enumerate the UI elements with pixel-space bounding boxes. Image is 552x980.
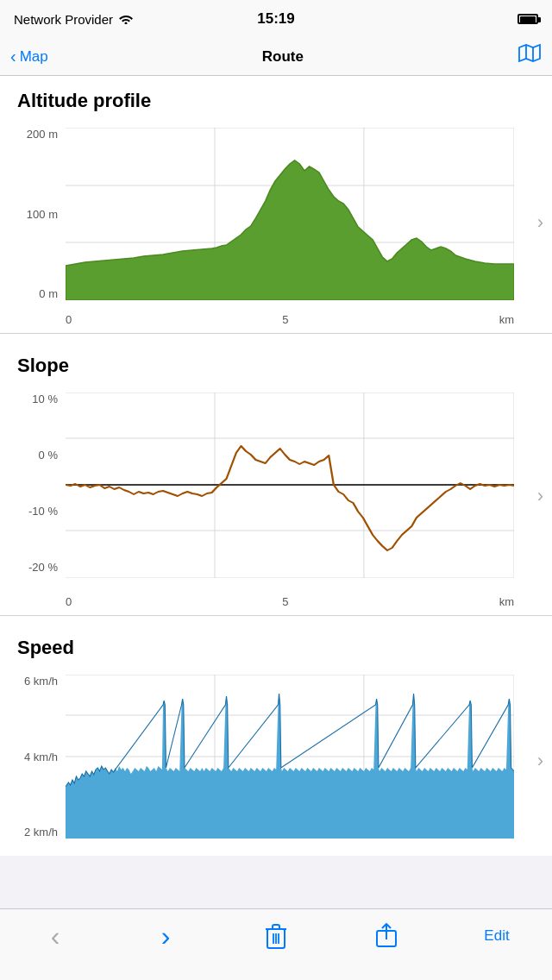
slope-y-n10: -10 % bbox=[28, 505, 58, 518]
speed-y-2: 2 km/h bbox=[24, 826, 58, 839]
altitude-x-5: 5 bbox=[282, 313, 288, 326]
main-content: Altitude profile 200 m 100 m 0 m bbox=[0, 76, 552, 856]
edit-button[interactable]: Edit bbox=[471, 917, 523, 955]
altitude-y-200: 200 m bbox=[27, 128, 58, 141]
status-time: 15:19 bbox=[257, 10, 294, 28]
slope-x-axis: 0 5 km bbox=[66, 595, 514, 608]
altitude-y-100: 100 m bbox=[27, 208, 58, 221]
speed-y-axis: 6 km/h 4 km/h 2 km/h bbox=[0, 675, 65, 839]
altitude-x-0: 0 bbox=[66, 313, 72, 326]
speed-chart bbox=[66, 675, 514, 839]
battery-icon bbox=[518, 14, 538, 24]
altitude-y-0: 0 m bbox=[39, 287, 58, 300]
next-button[interactable]: › bbox=[140, 917, 191, 955]
status-left: Network Provider bbox=[14, 12, 134, 27]
back-label[interactable]: Map bbox=[20, 48, 48, 66]
battery-area bbox=[518, 12, 538, 27]
speed-title: Speed bbox=[0, 623, 552, 666]
speed-y-4: 4 km/h bbox=[24, 751, 58, 763]
slope-chart-arrow[interactable]: › bbox=[537, 485, 543, 507]
speed-section: Speed 6 km/h 4 km/h 2 km/h bbox=[0, 623, 552, 856]
page-title: Route bbox=[262, 48, 304, 66]
status-bar: Network Provider 15:19 bbox=[0, 0, 552, 38]
altitude-title: Altitude profile bbox=[0, 76, 552, 119]
slope-x-5: 5 bbox=[282, 595, 288, 608]
speed-chart-arrow[interactable]: › bbox=[537, 750, 543, 772]
share-button[interactable] bbox=[361, 917, 412, 955]
altitude-chart-arrow[interactable]: › bbox=[537, 211, 543, 234]
prev-button[interactable]: ‹ bbox=[29, 917, 81, 955]
wifi-icon bbox=[118, 12, 134, 27]
slope-x-km: km bbox=[499, 595, 514, 608]
divider-2 bbox=[0, 615, 552, 616]
slope-y-n20: -20 % bbox=[28, 561, 58, 574]
back-button[interactable]: ‹ Map bbox=[10, 47, 48, 66]
slope-x-0: 0 bbox=[66, 595, 72, 608]
next-icon: › bbox=[161, 920, 171, 952]
altitude-y-axis: 200 m 100 m 0 m bbox=[0, 128, 65, 300]
slope-section: Slope 10 % 0 % -10 % -20 % bbox=[0, 341, 552, 608]
chevron-left-icon: ‹ bbox=[10, 47, 16, 66]
prev-icon: ‹ bbox=[51, 920, 60, 952]
altitude-x-axis: 0 5 km bbox=[66, 313, 514, 326]
delete-button[interactable] bbox=[250, 917, 302, 955]
slope-title: Slope bbox=[0, 341, 552, 384]
map-icon[interactable] bbox=[518, 44, 542, 70]
tab-bar: ‹ › Edit bbox=[0, 908, 552, 980]
slope-y-0: 0 % bbox=[39, 449, 58, 462]
altitude-chart bbox=[66, 128, 514, 300]
altitude-section: Altitude profile 200 m 100 m 0 m bbox=[0, 76, 552, 326]
nav-bar: ‹ Map Route bbox=[0, 38, 552, 76]
altitude-x-km: km bbox=[499, 313, 514, 326]
edit-label: Edit bbox=[484, 927, 509, 945]
speed-y-6: 6 km/h bbox=[24, 675, 58, 688]
slope-y-axis: 10 % 0 % -10 % -20 % bbox=[0, 393, 65, 574]
slope-y-10: 10 % bbox=[32, 393, 58, 405]
divider-1 bbox=[0, 333, 552, 334]
network-provider-label: Network Provider bbox=[14, 12, 113, 27]
slope-chart bbox=[66, 393, 514, 578]
